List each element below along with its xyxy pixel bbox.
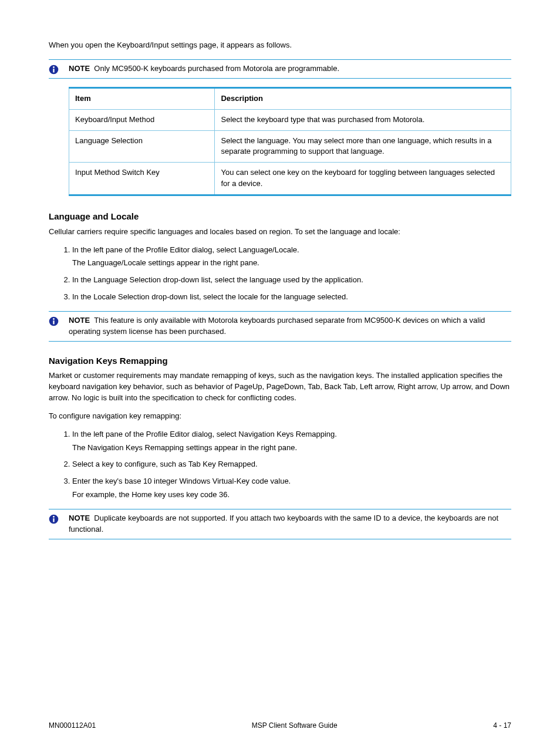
para-nav-intro2: To configure navigation key remapping: — [49, 411, 511, 422]
note-block-2: NOTE This feature is only available with… — [49, 311, 511, 342]
step-text: In the left pane of the Profile Editor d… — [72, 430, 337, 438]
step-item: In the Locale Selection drop-down list, … — [72, 292, 511, 303]
cell-desc: You can select one key on the keyboard f… — [215, 163, 511, 195]
step-item: Select a key to configure, such as Tab K… — [72, 459, 511, 470]
info-icon — [49, 63, 69, 75]
footer-right: 4 - 17 — [493, 721, 511, 731]
svg-rect-7 — [53, 518, 54, 522]
note-text-3: NOTE Duplicate keyboards are not support… — [69, 513, 511, 535]
heading-nav-keys: Navigation Keys Remapping — [49, 355, 511, 367]
table-row: Language Selection Select the language. … — [69, 130, 511, 163]
step-item: In the left pane of the Profile Editor d… — [72, 245, 511, 269]
table-row: Keyboard/Input Method Select the keyboar… — [69, 109, 511, 130]
footer-center: MSP Client Software Guide — [252, 721, 338, 731]
steps-nav: In the left pane of the Profile Editor d… — [49, 429, 511, 501]
step-item: Enter the key's base 10 integer Windows … — [72, 476, 511, 501]
svg-point-5 — [53, 318, 55, 320]
step-desc: The Navigation Keys Remapping settings a… — [72, 443, 511, 454]
step-item: In the left pane of the Profile Editor d… — [72, 429, 511, 454]
table-row: Input Method Switch Key You can select o… — [69, 163, 511, 195]
steps-locale: In the left pane of the Profile Editor d… — [49, 245, 511, 303]
step-text: Select a key to configure, such as Tab K… — [72, 460, 258, 468]
cell-item: Keyboard/Input Method — [69, 109, 215, 130]
svg-rect-1 — [53, 69, 54, 72]
info-icon — [49, 315, 69, 326]
svg-point-8 — [53, 516, 55, 518]
keyboard-table: Item Description Keyboard/Input Method S… — [69, 87, 511, 196]
intro-text: When you open the Keyboard/Input setting… — [49, 40, 511, 51]
para-locale-intro: Cellular carriers require specific langu… — [49, 227, 511, 238]
step-text: In the Locale Selection drop-down list, … — [72, 292, 348, 301]
note-block-3: NOTE Duplicate keyboards are not support… — [49, 509, 511, 539]
svg-rect-4 — [53, 320, 54, 324]
th-desc: Description — [215, 87, 511, 109]
step-text: In the Language Selection drop-down list… — [72, 275, 363, 284]
page-footer: MN000112A01 MSP Client Software Guide 4 … — [49, 720, 511, 731]
heading-language-locale: Language and Locale — [49, 210, 511, 223]
step-desc: For example, the Home key uses key code … — [72, 490, 511, 501]
cell-item: Input Method Switch Key — [69, 163, 215, 195]
step-desc: The Language/Locale settings appear in t… — [72, 258, 511, 269]
table-header-row: Item Description — [69, 87, 511, 109]
step-item: In the Language Selection drop-down list… — [72, 275, 511, 286]
cell-item: Language Selection — [69, 130, 215, 163]
svg-point-2 — [53, 66, 55, 68]
cell-desc: Select the language. You may select more… — [215, 130, 511, 163]
cell-desc: Select the keyboard type that was purcha… — [215, 109, 511, 130]
note-text-1: NOTE Only MC9500-K keyboards purchased f… — [69, 63, 511, 75]
step-text: In the left pane of the Profile Editor d… — [72, 245, 299, 254]
info-icon — [49, 513, 69, 524]
para-nav-intro1: Market or customer requirements may mand… — [49, 370, 511, 404]
th-item: Item — [69, 87, 215, 109]
note-block-1: NOTE Only MC9500-K keyboards purchased f… — [49, 59, 511, 79]
step-text: Enter the key's base 10 integer Windows … — [72, 477, 291, 485]
note-text-2: NOTE This feature is only available with… — [69, 315, 511, 337]
footer-left: MN000112A01 — [49, 721, 96, 731]
